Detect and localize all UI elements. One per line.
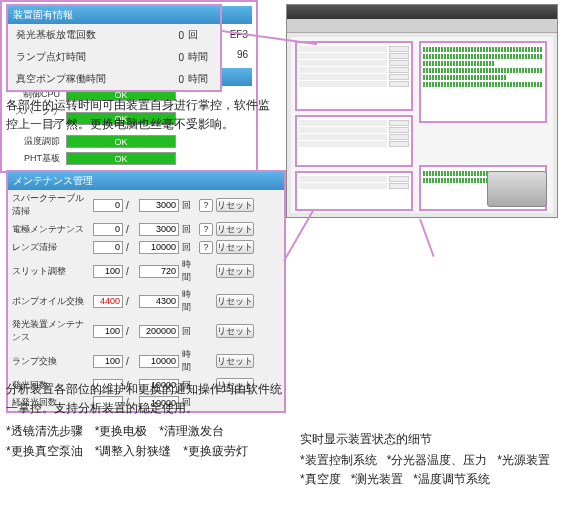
maint-max-input[interactable] bbox=[139, 223, 179, 236]
maintenance-row: ポンプオイル交換/時間リセット bbox=[8, 286, 284, 316]
equipment-info-row: 真空ポンプ稼働時間0時間 bbox=[8, 68, 220, 90]
app-panel-4 bbox=[419, 41, 547, 123]
slash: / bbox=[126, 242, 136, 253]
bullet: *光源装置 bbox=[497, 451, 550, 470]
bullet: *温度调节系统 bbox=[413, 470, 490, 489]
help-button[interactable]: ? bbox=[199, 223, 213, 236]
equipment-info-panel: 装置固有情報 発光基板放電回数0回ランプ点灯時間0時間真空ポンプ稼働時間0時間 bbox=[6, 4, 222, 92]
bullet: *透镜清洗步骤 bbox=[6, 422, 83, 441]
maint-current-input[interactable] bbox=[93, 355, 123, 368]
slash: / bbox=[126, 224, 136, 235]
row-label: 発光基板放電回数 bbox=[16, 28, 138, 42]
maintenance-panel: メンテナンス管理 スパークテーブル清掃/回?リセット電極メンテナンス/回?リセッ… bbox=[6, 170, 286, 413]
maint-unit: 時間 bbox=[182, 348, 196, 374]
description-2: 分析装置各部位的维护和更换的通知操作均由软件统一掌控。支持分析装置的稳定使用。*… bbox=[6, 380, 286, 461]
row-unit: 時間 bbox=[188, 72, 212, 86]
maint-unit: 時間 bbox=[182, 258, 196, 284]
bullet: *真空度 bbox=[300, 470, 341, 489]
row-unit: 回 bbox=[188, 28, 212, 42]
maint-max-input[interactable] bbox=[139, 199, 179, 212]
status-ok-badge: OK bbox=[66, 152, 176, 165]
maintenance-row: ランプ交換/時間リセット bbox=[8, 346, 284, 376]
maint-label: ポンプオイル交換 bbox=[12, 295, 90, 308]
maint-current-input[interactable] bbox=[93, 265, 123, 278]
bullet: *分光器温度、压力 bbox=[387, 451, 488, 470]
app-screenshot bbox=[286, 4, 558, 218]
maint-max-input[interactable] bbox=[139, 295, 179, 308]
bullet: *更换真空泵油 bbox=[6, 442, 83, 461]
row-label: ランプ点灯時間 bbox=[16, 50, 138, 64]
maintenance-row: レンズ清掃/回?リセット bbox=[8, 238, 284, 256]
slash: / bbox=[126, 356, 136, 367]
slash: / bbox=[126, 200, 136, 211]
help-button[interactable]: ? bbox=[199, 199, 213, 212]
maint-label: 電極メンテナンス bbox=[12, 223, 90, 236]
status-ok-badge: OK bbox=[66, 135, 176, 148]
equipment-info-row: ランプ点灯時間0時間 bbox=[8, 46, 220, 68]
maint-current-input[interactable] bbox=[93, 325, 123, 338]
bullet: *更换电极 bbox=[95, 422, 148, 441]
desc2-lead: 分析装置各部位的维护和更换的通知操作均由软件统一掌控。支持分析装置的稳定使用。 bbox=[6, 380, 286, 418]
maint-label: スリット調整 bbox=[12, 265, 90, 278]
reset-button[interactable]: リセット bbox=[216, 198, 254, 212]
device-image bbox=[487, 171, 547, 207]
maint-label: スパークテーブル清掃 bbox=[12, 192, 90, 218]
desc2-bullets: *透镜清洗步骤*更换电极*清理激发台*更换真空泵油*调整入射狭缝*更换疲劳灯 bbox=[6, 422, 286, 460]
reset-button[interactable]: リセット bbox=[216, 222, 254, 236]
maint-label: レンズ清掃 bbox=[12, 241, 90, 254]
equipment-info-title: 装置固有情報 bbox=[8, 6, 220, 24]
maint-label: 発光装置メンテナンス bbox=[12, 318, 90, 344]
bullet: *测光装置 bbox=[351, 470, 404, 489]
reset-button[interactable]: リセット bbox=[216, 240, 254, 254]
row-unit: 時間 bbox=[188, 50, 212, 64]
app-panel-3 bbox=[295, 171, 413, 211]
maintenance-row: スパークテーブル清掃/回?リセット bbox=[8, 190, 284, 220]
row-label: 真空ポンプ稼働時間 bbox=[16, 72, 138, 86]
app-panel-1 bbox=[295, 41, 413, 111]
bullet: *更换疲劳灯 bbox=[183, 442, 248, 461]
app-toolbar bbox=[287, 19, 557, 33]
slash: / bbox=[126, 296, 136, 307]
app-titlebar bbox=[287, 5, 557, 19]
connector-line bbox=[419, 219, 435, 257]
reset-button[interactable]: リセット bbox=[216, 264, 254, 278]
reset-button[interactable]: リセット bbox=[216, 354, 254, 368]
status-row: PHT基板OK bbox=[6, 150, 252, 167]
maint-current-input[interactable] bbox=[93, 223, 123, 236]
maint-unit: 時間 bbox=[182, 288, 196, 314]
maint-max-input[interactable] bbox=[139, 325, 179, 338]
gauge-value: 96 bbox=[220, 49, 248, 60]
maint-max-input[interactable] bbox=[139, 265, 179, 278]
desc3-bullets: *装置控制系统*分光器温度、压力*光源装置*真空度*测光装置*温度调节系统 bbox=[300, 451, 560, 489]
desc3-lead: 实时显示装置状态的细节 bbox=[300, 430, 560, 449]
maint-unit: 回 bbox=[182, 325, 196, 338]
maintenance-title: メンテナンス管理 bbox=[8, 172, 284, 190]
maint-current-input[interactable] bbox=[93, 241, 123, 254]
maintenance-row: 電極メンテナンス/回?リセット bbox=[8, 220, 284, 238]
maint-unit: 回 bbox=[182, 241, 196, 254]
status-label: PHT基板 bbox=[10, 152, 60, 165]
bullet: *装置控制系统 bbox=[300, 451, 377, 470]
reset-button[interactable]: リセット bbox=[216, 294, 254, 308]
status-row: 温度調節OK bbox=[6, 133, 252, 150]
description-1: 各部件的运转时间可由装置自身进行掌控，软件监控上一目了然。更换电脑也丝毫不受影响… bbox=[6, 96, 276, 134]
bullet: *清理激发台 bbox=[159, 422, 224, 441]
reset-button[interactable]: リセット bbox=[216, 324, 254, 338]
maint-max-input[interactable] bbox=[139, 355, 179, 368]
slash: / bbox=[126, 266, 136, 277]
slash: / bbox=[126, 326, 136, 337]
maint-current-input[interactable] bbox=[93, 199, 123, 212]
maintenance-row: スリット調整/時間リセット bbox=[8, 256, 284, 286]
bullet: *调整入射狭缝 bbox=[95, 442, 172, 461]
maint-unit: 回 bbox=[182, 223, 196, 236]
maint-current-input[interactable] bbox=[93, 295, 123, 308]
row-value: 0 bbox=[138, 30, 188, 41]
maint-max-input[interactable] bbox=[139, 241, 179, 254]
maint-label: ランプ交換 bbox=[12, 355, 90, 368]
maint-unit: 回 bbox=[182, 199, 196, 212]
equipment-info-row: 発光基板放電回数0回 bbox=[8, 24, 220, 46]
row-value: 0 bbox=[138, 74, 188, 85]
help-button[interactable]: ? bbox=[199, 241, 213, 254]
row-value: 0 bbox=[138, 52, 188, 63]
status-label: 温度調節 bbox=[10, 135, 60, 148]
